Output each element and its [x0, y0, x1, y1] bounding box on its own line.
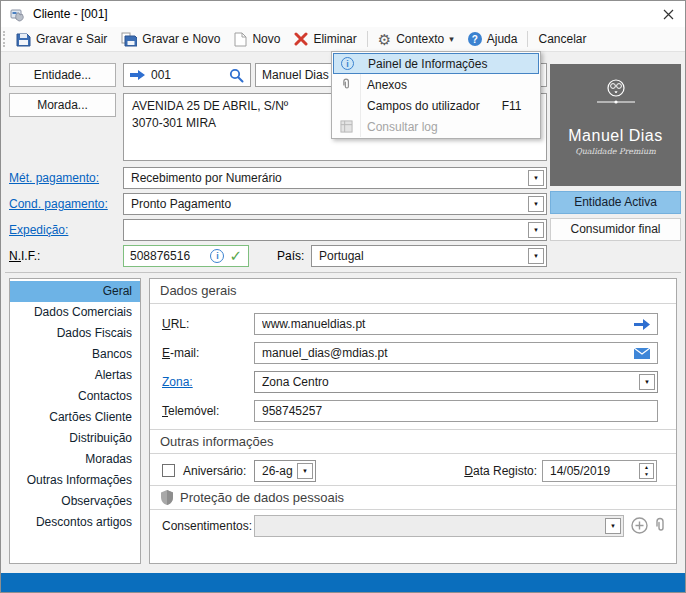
delete-button[interactable]: Eliminar — [287, 28, 363, 50]
tab-alertas[interactable]: Alertas — [10, 365, 140, 386]
entity-button[interactable]: Entidade... — [9, 63, 116, 87]
toolbar-separator — [527, 31, 528, 47]
tab-dados-fiscais[interactable]: Dados Fiscais — [10, 323, 140, 344]
toolbar-grip[interactable] — [3, 31, 6, 47]
menu-item-shortcut: F11 — [502, 99, 522, 113]
birthday-select[interactable]: 26-ago ▼ — [254, 460, 316, 482]
add-consent-icon[interactable] — [631, 517, 648, 534]
attachment-paperclip-icon[interactable] — [652, 517, 669, 534]
help-button[interactable]: ? Ajuda — [461, 28, 525, 50]
menu-item-painel-informacoes[interactable]: i Painel de Informações — [333, 53, 539, 74]
tab-dados-comerciais[interactable]: Dados Comerciais — [10, 302, 140, 323]
zone-label[interactable]: Zona: — [162, 371, 193, 393]
tab-descontos-artigos[interactable]: Descontos artigos — [10, 512, 140, 533]
paperclip-icon — [340, 77, 353, 92]
save-new-label: Gravar e Novo — [142, 32, 220, 46]
url-label: URL: — [162, 313, 189, 335]
shipping-select[interactable]: ▼ — [123, 219, 547, 241]
menu-item-anexos[interactable]: Anexos — [333, 74, 539, 95]
tab-outras-informacoes[interactable]: Outras Informações — [10, 470, 140, 491]
payment-cond-label[interactable]: Cond. pagamento: — [9, 193, 108, 215]
dropdown-arrow-icon[interactable]: ▼ — [528, 196, 544, 212]
nif-field[interactable]: 508876516 i ✓ — [123, 245, 249, 267]
save-icon — [16, 32, 31, 47]
tab-moradas[interactable]: Moradas — [10, 449, 140, 470]
mobile-label: Telemóvel: — [162, 400, 219, 422]
tab-contactos[interactable]: Contactos — [10, 386, 140, 407]
regdate-label: Data Registo: — [450, 460, 537, 482]
brand-owl-emblem-icon — [593, 76, 639, 116]
tab-observacoes[interactable]: Observações — [10, 491, 140, 512]
payment-cond-value: Pronto Pagamento — [131, 194, 524, 214]
country-label: País: — [277, 245, 304, 267]
chevron-down-icon: ▾ — [449, 34, 454, 44]
payment-method-label[interactable]: Mét. pagamento: — [9, 167, 99, 189]
tab-geral[interactable]: Geral — [10, 281, 140, 302]
dropdown-arrow-icon[interactable]: ▼ — [297, 463, 313, 479]
email-label: E-mail: — [162, 342, 199, 364]
mobile-value: 958745257 — [262, 404, 650, 418]
delete-label: Eliminar — [313, 32, 356, 46]
consumer-final-badge[interactable]: Consumidor final — [550, 218, 681, 241]
mobile-field[interactable]: 958745257 — [254, 400, 658, 422]
entity-active-badge[interactable]: Entidade Activa — [550, 191, 681, 214]
spin-down-icon[interactable]: ▼ — [644, 472, 649, 477]
tab-bancos[interactable]: Bancos — [10, 344, 140, 365]
info-icon: i — [341, 57, 354, 70]
entity-code-value: 001 — [151, 68, 224, 82]
title-bar: Cliente - [001] — [1, 1, 685, 27]
new-button[interactable]: Novo — [227, 28, 287, 50]
save-new-button[interactable]: Gravar e Novo — [114, 28, 227, 50]
consent-label: Consentimentos: — [162, 515, 252, 537]
close-button[interactable] — [657, 4, 679, 24]
dropdown-arrow-icon[interactable]: ▼ — [528, 248, 544, 264]
address-button[interactable]: Morada... — [9, 93, 116, 117]
status-bar — [1, 573, 685, 593]
delete-x-icon — [294, 32, 308, 46]
dropdown-arrow-icon[interactable]: ▼ — [528, 170, 544, 186]
save-exit-button[interactable]: Gravar e Sair — [9, 28, 114, 50]
nif-info-icon[interactable]: i — [210, 249, 224, 263]
nif-valid-check-icon: ✓ — [229, 247, 242, 265]
spin-up-icon[interactable]: ▲ — [644, 465, 649, 470]
new-label: Novo — [252, 32, 280, 46]
nif-value: 508876516 — [130, 249, 205, 263]
country-select[interactable]: Portugal ▼ — [311, 245, 547, 267]
dropdown-arrow-icon[interactable]: ▼ — [605, 518, 621, 534]
log-icon — [340, 120, 353, 133]
payment-method-select[interactable]: Recebimento por Numerário ▼ — [123, 167, 547, 189]
birthday-checkbox[interactable] — [162, 464, 175, 477]
toolbar-separator — [367, 31, 368, 47]
dropdown-arrow-icon[interactable]: ▼ — [528, 222, 544, 238]
section-protecao-dados: Proteção de dados pessoais — [150, 485, 676, 510]
email-field[interactable]: manuel_dias@mdias.pt — [254, 342, 658, 364]
shipping-label[interactable]: Expedição: — [9, 219, 68, 241]
search-icon[interactable] — [229, 68, 244, 83]
regdate-field[interactable]: 14/05/2019 ▲ ▼ — [542, 460, 657, 482]
new-document-icon — [234, 32, 247, 47]
payment-cond-select[interactable]: Pronto Pagamento ▼ — [123, 193, 547, 215]
url-field[interactable]: www.manueldias.pt — [254, 313, 658, 335]
open-url-arrow-icon[interactable] — [634, 319, 650, 330]
consent-select[interactable]: ▼ — [254, 515, 624, 537]
window-title: Cliente - [001] — [33, 1, 108, 27]
regdate-spinner[interactable]: ▲ ▼ — [639, 463, 654, 479]
tab-cartoes-cliente[interactable]: Cartões Cliente — [10, 407, 140, 428]
tab-distribuicao[interactable]: Distribuição — [10, 428, 140, 449]
context-button[interactable]: ⚙ Contexto ▾ — [371, 28, 461, 50]
help-label: Ajuda — [487, 32, 518, 46]
help-icon: ? — [468, 32, 482, 46]
section-dados-gerais: Dados gerais — [150, 279, 676, 304]
zone-select[interactable]: Zona Centro ▼ — [254, 371, 658, 393]
menu-item-label: Anexos — [367, 78, 407, 92]
dropdown-arrow-icon[interactable]: ▼ — [639, 374, 655, 390]
email-envelope-icon[interactable] — [634, 348, 650, 359]
menu-item-campos-utilizador[interactable]: Campos do utilizador F11 — [333, 95, 539, 116]
url-value: www.manueldias.pt — [262, 317, 634, 331]
entity-code-field[interactable]: 001 — [123, 63, 251, 87]
section-title: Proteção de dados pessoais — [180, 486, 344, 510]
cancel-button[interactable]: Cancelar — [531, 28, 593, 50]
shield-icon — [160, 490, 174, 505]
brand-logo-card: Manuel Dias Qualidade Premium — [550, 64, 681, 186]
gear-icon: ⚙ — [378, 32, 391, 47]
